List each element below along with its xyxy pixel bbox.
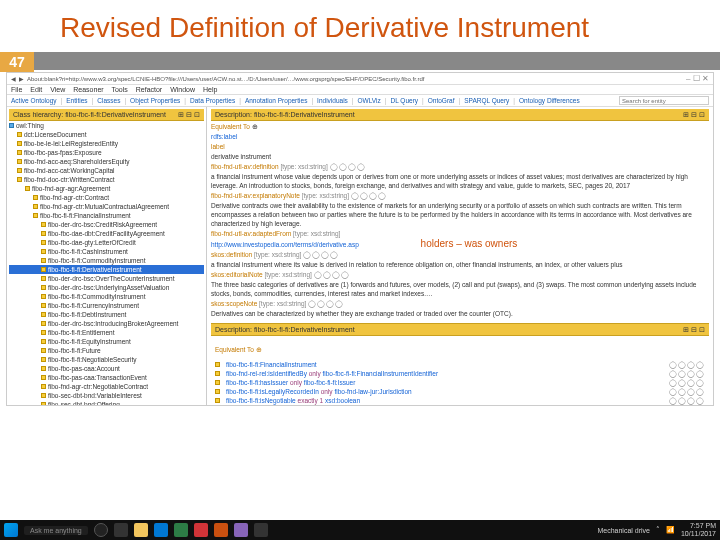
tree-item[interactable]: fibo-fnd-acc-aeq:ShareholdersEquity [9,157,204,166]
tree-item[interactable]: fibo-sec-dbt-bnd:VariableInterest [9,391,204,400]
start-icon[interactable] [4,523,18,537]
tree-item[interactable]: fibo-der-drc-bsc:UnderlyingAssetValuatio… [9,283,204,292]
search-input[interactable] [619,96,709,105]
tree-item[interactable]: fibo-fbc-fi-fi:FinancialInstrument [9,211,204,220]
menu-edit[interactable]: Edit [30,86,42,93]
app-icon-1[interactable] [194,523,208,537]
tree-item[interactable]: dct:LicenseDocument [9,130,204,139]
tree-item[interactable]: fibo-fbc-fi-fi:NegotiableSecurity [9,355,204,364]
fwd-icon[interactable]: ▶ [19,75,24,82]
tree-item[interactable]: fibo-fnd-agr-agr:Agreement [9,184,204,193]
rdfs-label-link[interactable]: rdfs:label [211,133,237,140]
menu-file[interactable]: File [11,86,22,93]
tab-ontdiffs[interactable]: Ontology Differences [519,97,580,104]
tree-item[interactable]: fibo-fbc-fi-fi:EquityInstrument [9,337,204,346]
subclass-row[interactable]: fibo-fbc-fi-fi:isLegallyRecordedIn only … [215,387,705,396]
tree-header: Class hierarchy: fibo-fbc-fi-fi:Derivati… [9,109,204,121]
subclass-row[interactable]: fibo-fbc-fi-fi:isNegotiable exactly 1 xs… [215,396,705,405]
tree-item[interactable]: owl:Thing [9,121,204,130]
store-icon[interactable] [174,523,188,537]
tray-up-icon[interactable]: ˄ [656,526,660,534]
taskbar-search[interactable]: Ask me anything [24,526,88,535]
menu-reasoner[interactable]: Reasoner [73,86,103,93]
app-icon-3[interactable] [234,523,248,537]
menu-window[interactable]: Window [170,86,195,93]
tab-dlquery[interactable]: DL Query [390,97,418,104]
tree-item[interactable]: fibo-der-drc-bsc:OverTheCounterInstrumen… [9,274,204,283]
note2-label: skos:editorialNote [211,271,263,278]
note3-text: Derivatives can be characterized by whet… [211,309,709,318]
adapted-value[interactable]: http://www.investopedia.com/terms/d/deri… [211,241,359,248]
tree-item[interactable]: fibo-be-le-lei:LeiRegisteredEntity [9,139,204,148]
main-header-controls[interactable]: ⊞ ⊟ ⊡ [683,110,705,119]
menu-tools[interactable]: Tools [111,86,127,93]
label-label: label [211,143,225,150]
app-icon-4[interactable] [254,523,268,537]
tab-classes[interactable]: Classes [97,97,120,104]
taskview-icon[interactable] [114,523,128,537]
tree-header-label: Class hierarchy: fibo-fbc-fi-fi:Derivati… [13,110,166,119]
tree-item[interactable]: fibo-fbc-fi-fi:Future [9,346,204,355]
tree-item[interactable]: fibo-fbc-dae-gty:LetterOfCredit [9,238,204,247]
note3-label: skos:scopeNote [211,300,257,307]
tree-item[interactable]: fibo-fnd-doc-ctr:WrittenContract [9,175,204,184]
menu-help[interactable]: Help [203,86,217,93]
slide-number-row: 47 [0,52,720,70]
slide-number: 47 [0,52,34,72]
tab-individuals[interactable]: Individuals [317,97,348,104]
tab-anno-props[interactable]: Annotation Properties [245,97,308,104]
tree-item[interactable]: fibo-fbc-pas-caa:Account [9,364,204,373]
back-icon[interactable]: ◀ [11,75,16,82]
tree-item[interactable]: fibo-fbc-pas-fpas:Exposure [9,148,204,157]
tree-header-controls[interactable]: ⊞ ⊟ ⊡ [178,110,200,119]
tree-item[interactable]: fibo-fnd-acc-cat:WorkingCapital [9,166,204,175]
tab-active-ontology[interactable]: Active Ontology [11,97,57,104]
tree-item[interactable]: fibo-der-drc-bsc:IntroducingBrokerAgreem… [9,319,204,328]
tree-item[interactable]: fibo-fbc-fi-fi:DerivativeInstrument [9,265,204,274]
edge-icon[interactable] [154,523,168,537]
tab-object-props[interactable]: Object Properties [130,97,180,104]
tab-sparql[interactable]: SPARQL Query [464,97,509,104]
tree-item[interactable]: fibo-fbc-fi-fi:CommodityInstrument [9,256,204,265]
tree-item[interactable]: fibo-fbc-fi-fi:CashInstrument [9,247,204,256]
app-icon-2[interactable] [214,523,228,537]
def2-text: a financial instrument where its value i… [211,260,709,269]
tree-item[interactable]: fibo-fnd-agr-ctr:NegotiableContract [9,382,204,391]
subclass-row[interactable]: fibo-fbc-fi-fi:hasIssuer only fibo-fbc-f… [215,378,705,387]
subclass-row[interactable]: fibo-fnd-rel-rel:isIdentifiedBy only fib… [215,369,705,378]
taskbar-date: 10/11/2017 [681,530,716,538]
superclass-row[interactable]: fibo-fbc-fi-fi:FinancialInstrument◯◯◯◯ [215,360,705,369]
tree-item[interactable]: fibo-fbc-fi-fi:DebtInstrument [9,310,204,319]
menu-bar[interactable]: File Edit View Reasoner Tools Refactor W… [7,85,713,95]
tree-item[interactable]: fibo-fbc-fi-fi:CurrencyInstrument [9,301,204,310]
address-bar: ◀ ▶ About:blank?ri=http://www.w3.org/spe… [7,73,713,85]
tab-entities[interactable]: Entities [66,97,87,104]
tab-data-props[interactable]: Data Properties [190,97,235,104]
tree-item[interactable]: fibo-fbc-dae-dbt:CreditFacilityAgreement [9,229,204,238]
window-controls[interactable]: – ☐ ✕ [686,74,709,83]
tree-item[interactable]: fibo-fbc-fi-fi:Entitlement [9,328,204,337]
tree-item[interactable]: fibo-fbc-pas-caa:TransactionEvent [9,373,204,382]
note-text: Derivative contracts owe their availabil… [211,201,709,228]
tab-ontograf[interactable]: OntoGraf [428,97,455,104]
menu-refactor[interactable]: Refactor [136,86,162,93]
taskbar-time: 7:57 PM [681,522,716,530]
tray-wifi-icon[interactable]: 📶 [666,526,675,534]
menu-view[interactable]: View [50,86,65,93]
tree-item[interactable]: fibo-der-drc-bsc:CreditRiskAgreement [9,220,204,229]
tab-owlviz[interactable]: OWLViz [358,97,381,104]
description-panel: Description: fibo-fbc-fi-fi:DerivativeIn… [207,107,713,405]
tree-body[interactable]: owl:Thingdct:LicenseDocumentfibo-be-le-l… [9,121,204,405]
main-header-label: Description: fibo-fbc-fi-fi:DerivativeIn… [215,110,355,119]
def-label: fibo-fnd-utl-av:definition [211,163,279,170]
tree-item[interactable]: fibo-fnd-agr-ctr:MutualContractualAgreem… [9,202,204,211]
windows-taskbar[interactable]: Ask me anything Mechanical drive ˄ 📶 7:5… [0,520,720,540]
taskbar-status: Mechanical drive [597,527,650,534]
cortana-icon[interactable] [94,523,108,537]
tree-item[interactable]: fibo-sec-dbt-bnd:Offering [9,400,204,405]
explorer-icon[interactable] [134,523,148,537]
tree-item[interactable]: fibo-fnd-agr-ctr:Contract [9,193,204,202]
class-hierarchy-panel: Class hierarchy: fibo-fbc-fi-fi:Derivati… [7,107,207,405]
tree-item[interactable]: fibo-fbc-fi-fi:CommodityInstrument [9,292,204,301]
sub-header-controls[interactable]: ⊞ ⊟ ⊡ [683,325,705,334]
